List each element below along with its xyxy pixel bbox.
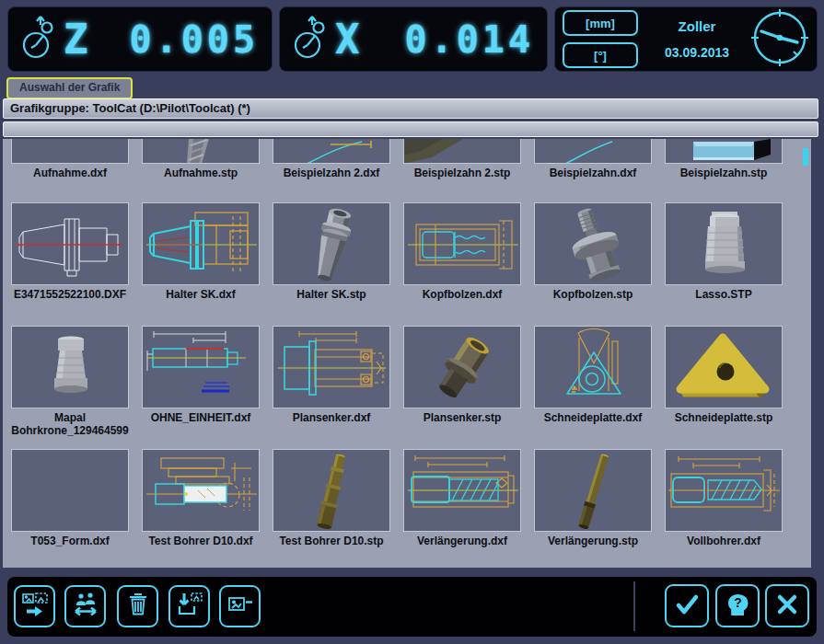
brand-label: Zoller bbox=[679, 18, 716, 34]
file-name-label: Lasso.STP bbox=[658, 288, 789, 301]
grid-item[interactable]: Verlängerung.stp bbox=[534, 449, 652, 547]
dimension-block-wire-icon bbox=[142, 326, 260, 408]
file-name-label: Test Bohrer D10.stp bbox=[266, 535, 397, 547]
grid-item[interactable]: T053_Form.dxf bbox=[11, 449, 129, 547]
file-name-label: Beispielzahn 2.stp bbox=[397, 167, 528, 179]
bottom-toolbar: ? bbox=[7, 577, 817, 637]
thumbnail-grid-row: Mapal Bohrkrone_129464599OHNE_EINHEIT.dx… bbox=[11, 326, 783, 438]
sk-holder-3d-icon bbox=[273, 202, 390, 285]
test-drill-3d-icon bbox=[273, 449, 390, 532]
grid-item[interactable]: Mapal Bohrkrone_129464599 bbox=[11, 326, 129, 438]
filter-input-bar[interactable] bbox=[3, 121, 818, 137]
x-axis-label: X bbox=[335, 16, 360, 63]
file-name-label: Beispielzahn.stp bbox=[658, 167, 789, 179]
images-forward-icon bbox=[21, 591, 49, 622]
import-graphic-button[interactable] bbox=[168, 585, 210, 627]
insert-wire-icon bbox=[534, 326, 652, 408]
delete-graphic-button[interactable] bbox=[117, 585, 158, 627]
plansenker-3d-icon bbox=[403, 326, 521, 408]
scrollbar-thumb[interactable] bbox=[803, 148, 808, 166]
file-name-label: E3471552522100.DXF bbox=[5, 288, 135, 301]
file-name-label: Vollbohrer.dxf bbox=[658, 535, 789, 547]
trash-icon bbox=[124, 591, 152, 622]
grid-item[interactable]: Lasso.STP bbox=[665, 202, 783, 301]
z-axis-readout-panel: Z 0.005 bbox=[7, 6, 273, 72]
file-name-label: Halter SK.dxf bbox=[135, 288, 266, 301]
grid-item[interactable]: Schneideplatte.stp bbox=[665, 326, 783, 438]
thumbnail-grid-row: T053_Form.dxfTest Bohrer D10.dxfTest Boh… bbox=[11, 449, 783, 547]
file-name-label: Aufnahme.stp bbox=[135, 167, 266, 179]
cancel-button[interactable] bbox=[765, 584, 809, 627]
grid-item[interactable]: Plansenker.stp bbox=[403, 326, 521, 438]
grid-item[interactable]: Beispielzahn.stp bbox=[665, 139, 783, 179]
file-name-label: Aufnahme.dxf bbox=[5, 167, 135, 179]
date-label: 03.09.2013 bbox=[665, 45, 729, 60]
file-name-label: Verlängerung.dxf bbox=[397, 535, 528, 547]
blue-block-3d-icon bbox=[665, 139, 783, 164]
file-name-label: OHNE_EINHEIT.dxf bbox=[135, 411, 266, 424]
grid-item[interactable]: Test Bohrer D10.stp bbox=[273, 449, 390, 547]
cancel-icon bbox=[773, 591, 801, 622]
remove-graphic-button[interactable] bbox=[219, 585, 261, 627]
test-drill-wire-icon bbox=[142, 449, 260, 532]
file-name-label: Beispielzahn 2.dxf bbox=[266, 167, 397, 179]
dial-gauge-icon bbox=[21, 15, 56, 64]
blank-thumb bbox=[11, 449, 129, 532]
grid-item[interactable]: OHNE_EINHEIT.dxf bbox=[142, 326, 260, 438]
file-name-label: Beispielzahn.dxf bbox=[528, 167, 658, 179]
grid-item[interactable]: Vollbohrer.dxf bbox=[665, 449, 783, 547]
thumbnail-grid-row: Aufnahme.dxfAufnahme.stpBeispielzahn 2.d… bbox=[11, 139, 783, 179]
toolbar-divider bbox=[633, 581, 635, 631]
grid-item[interactable]: Schneideplatte.dxf bbox=[534, 326, 652, 438]
clock-icon bbox=[750, 8, 809, 71]
assign-graphic-button[interactable] bbox=[14, 585, 55, 627]
help-icon: ? bbox=[724, 591, 751, 622]
grid-item[interactable]: Beispielzahn.dxf bbox=[534, 139, 652, 179]
head-bolt-wire-icon bbox=[403, 202, 521, 285]
file-name-label: Plansenker.dxf bbox=[266, 411, 397, 424]
tooth-curve-dim-wire-icon bbox=[273, 139, 390, 164]
help-button[interactable]: ? bbox=[715, 584, 760, 627]
file-name-label: Schneideplatte.stp bbox=[658, 411, 789, 424]
file-name-label: Verlängerung.stp bbox=[528, 535, 658, 547]
cylinder-3d-icon bbox=[665, 202, 783, 285]
svg-text:?: ? bbox=[734, 594, 742, 609]
unit-mm-button[interactable]: [mm] bbox=[563, 10, 638, 36]
thumbnail-grid: Aufnahme.dxfAufnahme.stpBeispielzahn 2.d… bbox=[3, 139, 811, 568]
grid-item[interactable]: Aufnahme.stp bbox=[142, 139, 260, 179]
unit-degree-button[interactable]: [°] bbox=[563, 42, 638, 68]
blank-thumb bbox=[11, 139, 129, 164]
grid-item[interactable]: Beispielzahn 2.dxf bbox=[273, 139, 390, 179]
grid-item[interactable]: Plansenker.dxf bbox=[273, 326, 390, 438]
people-transfer-icon bbox=[72, 591, 99, 622]
z-axis-value: 0.005 bbox=[130, 18, 259, 61]
head-bolt-3d-icon bbox=[534, 202, 652, 285]
screen-title-tab: Auswahl der Grafik bbox=[6, 77, 133, 99]
grid-item[interactable]: Halter SK.stp bbox=[273, 202, 390, 301]
file-name-label: Schneideplatte.dxf bbox=[528, 411, 658, 424]
extension-wire-icon bbox=[403, 449, 521, 532]
grid-item[interactable]: E3471552522100.DXF bbox=[11, 202, 129, 301]
grid-item[interactable]: Aufnahme.dxf bbox=[11, 139, 129, 179]
x-axis-readout-panel: X 0.014 bbox=[279, 6, 548, 72]
drill-crown-3d-icon bbox=[11, 326, 129, 408]
zoller-graphic-selection-screen: Z 0.005 X 0.014 [mm] [°] Zoller bbox=[0, 0, 824, 644]
file-name-label: T053_Form.dxf bbox=[5, 535, 135, 547]
grid-item[interactable]: Beispielzahn 2.stp bbox=[403, 139, 521, 179]
grid-item[interactable]: Test Bohrer D10.dxf bbox=[142, 449, 260, 547]
extension-rod-3d-icon bbox=[534, 449, 652, 532]
dial-gauge-icon bbox=[293, 15, 328, 64]
grid-item[interactable]: Kopfbolzen.dxf bbox=[403, 202, 521, 301]
drill-shank-partial-3d-icon bbox=[142, 139, 260, 164]
transfer-graphic-button[interactable] bbox=[64, 585, 106, 627]
grid-item[interactable]: Verlängerung.dxf bbox=[403, 449, 521, 547]
x-axis-value: 0.014 bbox=[405, 18, 534, 61]
confirm-button[interactable] bbox=[665, 584, 709, 627]
file-name-label: Mapal Bohrkrone_129464599 bbox=[5, 411, 135, 438]
file-name-label: Kopfbolzen.stp bbox=[528, 288, 658, 301]
remove-image-icon bbox=[226, 591, 254, 622]
graphics-group-bar[interactable]: Grafikgruppe: ToolCat (D:\Pilot\Toolcat)… bbox=[3, 98, 818, 119]
file-name-label: Plansenker.stp bbox=[397, 411, 528, 424]
grid-item[interactable]: Halter SK.dxf bbox=[142, 202, 260, 301]
grid-item[interactable]: Kopfbolzen.stp bbox=[534, 202, 652, 301]
